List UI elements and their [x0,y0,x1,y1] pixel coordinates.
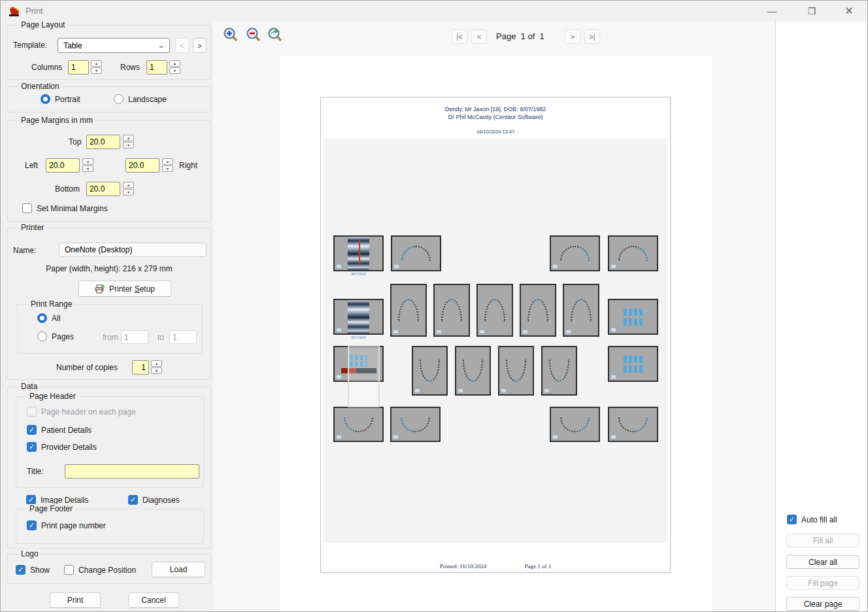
thumbnail-tag [611,265,616,268]
margin-right-spinner[interactable] [162,158,173,172]
range-pages-radio[interactable] [37,332,47,341]
margin-bottom-spinner[interactable] [123,182,134,196]
template-prev-button[interactable]: < [175,38,189,53]
provider-details-checkbox[interactable] [27,442,37,452]
preview-thumbnail-xray[interactable] [333,235,384,271]
rows-spinner[interactable] [169,60,180,74]
thumbnail-tag [480,330,484,333]
preview-thumbnail-arch-up[interactable] [391,235,441,271]
page-header-group-label: Page Header [27,392,78,401]
margin-left-input[interactable] [46,158,80,173]
page-prev-button[interactable]: < [471,29,487,44]
range-all-radio[interactable] [37,313,47,323]
copies-label: Number of copies [56,363,118,372]
preview-canvas: Dendy, Mr Jaxon [19], DOB: 8/07/1982 Dr … [280,56,712,612]
zoom-in-icon[interactable] [223,27,239,42]
preview-thumbnail-arch-up[interactable] [608,235,658,271]
dental-arch-icon [401,417,430,432]
margin-right-input[interactable] [125,158,159,173]
preview-thumbnail-arch-up[interactable] [520,284,556,337]
rows-input[interactable] [146,60,167,75]
diagnoses-checkbox[interactable] [128,495,138,505]
preview-page[interactable]: Dendy, Mr Jaxon [19], DOB: 8/07/1982 Dr … [320,97,671,573]
landscape-label: Landscape [128,95,167,104]
minimal-margins-checkbox[interactable] [22,203,32,213]
title-bar: Print — ❐ ✕ [1,1,867,22]
logo-show-checkbox[interactable] [16,565,25,575]
preview-thumbnail-arch-up[interactable] [433,284,470,337]
preview-thumbnail-xray[interactable] [333,299,384,335]
portrait-radio[interactable] [41,94,50,104]
page-last-button[interactable]: >| [584,29,600,44]
preview-thumbnail-arch-up[interactable] [476,284,513,337]
preview-thumbnail-arch-up[interactable] [563,284,599,337]
printer-icon [95,284,105,294]
columns-label: Columns [31,63,62,72]
preview-thumbnail-arch-up[interactable] [390,284,427,337]
dental-arch-icon [549,360,570,381]
teeth-chart-icon [622,356,644,373]
dental-arch-icon [344,417,373,432]
preview-thumbnail-teeth-chart[interactable] [608,299,658,335]
header-each-page-label: Page header on each page [41,407,136,416]
range-to-input[interactable] [169,330,197,344]
margin-bottom-input[interactable] [86,182,120,196]
zoom-reset-icon[interactable] [267,27,283,42]
dental-arch-icon [401,246,431,261]
close-button[interactable]: ✕ [834,1,864,21]
auto-fill-all-checkbox[interactable] [787,515,797,524]
margin-top-spinner[interactable] [123,135,134,148]
printed-date: Printed: 16/10/2024 [440,563,487,570]
page-layout-group: Page Layout Template: Table ⌄ < > Column… [7,25,211,80]
thumbnail-tag [337,328,341,332]
dental-arch-icon [484,299,505,322]
maximize-button[interactable]: ❐ [797,1,827,21]
image-details-checkbox[interactable] [26,495,36,505]
load-button[interactable]: Load [152,562,205,577]
landscape-radio[interactable] [114,94,124,104]
print-dialog: Print — ❐ ✕ Page Layout Template: Table … [0,0,868,612]
print-button[interactable]: Print [50,592,101,608]
chevron-down-icon: ⌄ [157,41,165,50]
zoom-out-icon[interactable] [246,27,261,42]
preview-thumbnail-arch-low[interactable] [550,407,600,442]
template-combobox[interactable]: Table ⌄ [58,38,170,53]
columns-input[interactable] [68,60,89,75]
preview-thumbnail-arch-low[interactable] [412,346,448,396]
thumbnail-tag [611,375,616,379]
thumbnail-tag [394,265,399,268]
preview-thumbnail-teeth-chart[interactable] [608,346,658,382]
preview-thumbnail-arch-low[interactable] [455,346,491,396]
print-page-number-checkbox[interactable] [27,520,37,530]
margins-group-label: Page Margins in mm [18,116,95,125]
preview-thumbnail-arch-low[interactable] [608,407,658,442]
preview-thumbnail-arch-low[interactable] [390,407,441,442]
range-all-label: All [52,314,60,323]
selection-rectangle[interactable] [348,345,380,407]
preview-thumbnail-arch-low[interactable] [541,346,577,396]
preview-thumbnail-arch-low[interactable] [333,407,384,442]
range-from-input[interactable] [121,330,148,344]
printer-setup-button[interactable]: Printer Setup [78,280,171,297]
minimize-button[interactable]: — [757,1,787,21]
copies-spinner[interactable] [151,360,162,374]
change-position-checkbox[interactable] [64,565,74,575]
preview-thumbnail-arch-low[interactable] [498,346,534,396]
template-next-button[interactable]: > [193,38,207,53]
orientation-group: Orientation Portrait Landscape [7,86,211,112]
margin-right-label: Right [179,161,197,170]
page-next-button[interactable]: > [565,29,580,44]
page-first-button[interactable]: |< [452,29,467,44]
margin-left-spinner[interactable] [82,158,93,172]
dental-arch-icon [618,246,648,261]
copies-input[interactable] [132,360,149,375]
margin-top-input[interactable] [86,135,120,149]
patient-details-checkbox[interactable] [27,425,37,435]
clear-all-button[interactable]: Clear all [786,555,860,569]
thumbnail-tag [566,330,571,333]
clear-page-button[interactable]: Clear page [786,597,860,611]
columns-spinner[interactable] [91,60,102,74]
cancel-button[interactable]: Cancel [128,592,179,608]
title-input[interactable] [65,464,199,479]
preview-thumbnail-arch-up[interactable] [550,235,600,271]
